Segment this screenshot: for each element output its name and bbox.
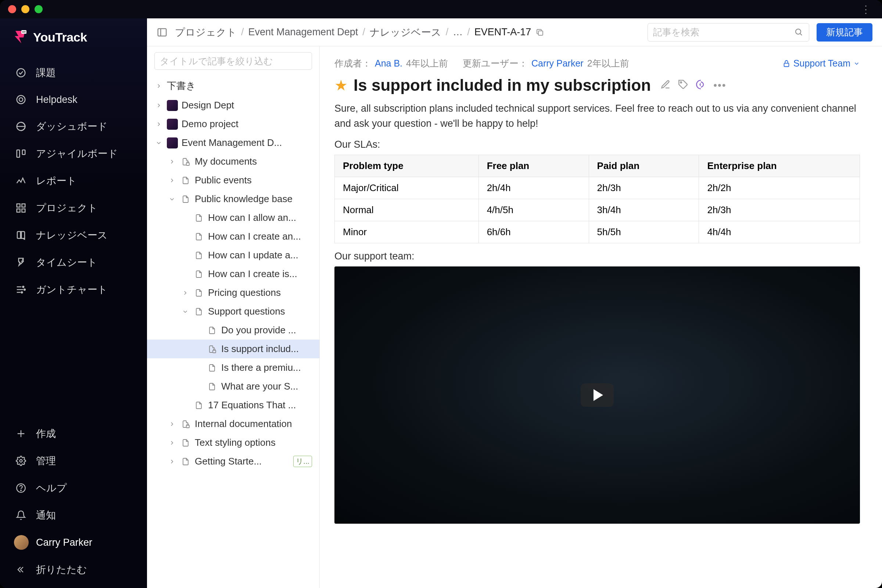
tree-item[interactable]: How can I create an... bbox=[147, 227, 320, 246]
tree-item[interactable]: 下書き bbox=[147, 76, 320, 96]
nav-issues[interactable]: 課題 bbox=[7, 60, 140, 85]
user-menu[interactable]: Carry Parker bbox=[7, 530, 140, 555]
team-label: Our support team: bbox=[334, 250, 860, 262]
app-logo[interactable]: YT YouTrack bbox=[0, 29, 147, 60]
tree-item-label: My documents bbox=[195, 156, 257, 167]
collapse-sidebar[interactable]: 折りたたむ bbox=[7, 557, 140, 582]
document-icon bbox=[193, 306, 204, 317]
window-maximize[interactable] bbox=[34, 5, 43, 13]
edit-icon[interactable] bbox=[660, 80, 670, 91]
tree-item[interactable]: Pricing questions bbox=[147, 284, 320, 302]
window-minimize[interactable] bbox=[21, 5, 29, 13]
project-icon bbox=[167, 100, 178, 111]
breadcrumb-link[interactable]: プロジェクト bbox=[175, 26, 237, 39]
chevron-right-icon bbox=[168, 176, 176, 185]
table-cell: 2h/3h bbox=[699, 199, 860, 221]
nav-knowledge-base-icon bbox=[15, 229, 27, 242]
tree-item[interactable]: Support questions bbox=[147, 302, 320, 321]
window-close[interactable] bbox=[8, 5, 16, 13]
app-sidebar: YT YouTrack 課題Helpdeskダッシュボードアジャイルボードレポー… bbox=[0, 18, 147, 588]
svg-rect-21 bbox=[186, 163, 189, 165]
document-icon bbox=[193, 250, 204, 261]
breadcrumb-link[interactable]: … bbox=[453, 27, 463, 38]
tree-item-label: How can I update a... bbox=[208, 249, 298, 261]
nav-helpdesk[interactable]: Helpdesk bbox=[7, 87, 140, 112]
titlebar-more-icon[interactable]: ⋮ bbox=[858, 3, 874, 15]
topbar: プロジェクト/Event Management Dept/ナレッジベース/…/E… bbox=[147, 18, 882, 46]
chevron-right-icon bbox=[168, 457, 176, 466]
tree-filter-input[interactable] bbox=[154, 52, 312, 70]
document-icon bbox=[207, 362, 218, 374]
tree-item[interactable]: Text styling options bbox=[147, 433, 320, 452]
svg-rect-19 bbox=[538, 31, 543, 35]
tree-item[interactable]: Is there a premiu... bbox=[147, 358, 320, 377]
notifications-button[interactable]: 通知 bbox=[7, 503, 140, 528]
document-icon bbox=[193, 231, 204, 242]
created-by-link[interactable]: Ana B. bbox=[375, 58, 402, 69]
create-button[interactable]: 作成 bbox=[7, 421, 140, 446]
nav-agile[interactable]: アジャイルボード bbox=[7, 141, 140, 166]
tag-icon[interactable] bbox=[678, 80, 688, 91]
tree-item-label: Event Management D... bbox=[182, 137, 282, 148]
tree-item[interactable]: Demo project bbox=[147, 115, 320, 134]
help-button[interactable]: ヘルプ bbox=[7, 476, 140, 501]
tree-item[interactable]: Public events bbox=[147, 171, 320, 190]
nav-dashboards[interactable]: ダッシュボード bbox=[7, 114, 140, 139]
chevron-right-icon bbox=[168, 420, 176, 429]
tree-item[interactable]: Public knowledge base bbox=[147, 190, 320, 208]
video-player[interactable] bbox=[334, 266, 860, 524]
breadcrumb-link[interactable]: ナレッジベース bbox=[370, 26, 441, 39]
project-icon bbox=[167, 138, 178, 148]
tree-item[interactable]: How can I allow an... bbox=[147, 208, 320, 227]
nav-timesheets[interactable]: タイムシート bbox=[7, 250, 140, 275]
created-label: 作成者： bbox=[334, 57, 371, 69]
panel-toggle-icon[interactable] bbox=[156, 27, 168, 38]
table-cell: Major/Critical bbox=[335, 177, 479, 199]
document-lock-icon bbox=[207, 344, 218, 355]
tree-item[interactable]: How can I update a... bbox=[147, 246, 320, 265]
play-button[interactable] bbox=[580, 383, 614, 407]
document-icon bbox=[207, 325, 218, 336]
breadcrumb-link[interactable]: Event Management Dept bbox=[248, 27, 358, 38]
svg-point-13 bbox=[24, 289, 26, 290]
nav-gantt[interactable]: ガントチャート bbox=[7, 277, 140, 302]
tree-item[interactable]: Event Management D... bbox=[147, 134, 320, 152]
tree-item[interactable]: My documents bbox=[147, 152, 320, 171]
tree-item[interactable]: Do you provide ... bbox=[147, 321, 320, 340]
table-cell: 5h/5h bbox=[589, 221, 699, 243]
table-cell: 2h/3h bbox=[589, 177, 699, 199]
notifications-label: 通知 bbox=[36, 508, 56, 522]
ai-icon[interactable] bbox=[696, 80, 706, 91]
nav-item-label: ダッシュボード bbox=[36, 120, 108, 133]
nav-knowledge-base[interactable]: ナレッジベース bbox=[7, 223, 140, 248]
tree-item[interactable]: How can I create is... bbox=[147, 265, 320, 284]
chevron-down-icon bbox=[168, 195, 176, 204]
search-field[interactable] bbox=[648, 23, 809, 42]
visibility-dropdown[interactable]: Support Team bbox=[782, 58, 860, 69]
search-input[interactable] bbox=[653, 27, 790, 38]
new-article-button[interactable]: 新規記事 bbox=[817, 23, 873, 42]
tree-item[interactable]: Internal documentation bbox=[147, 414, 320, 433]
admin-button[interactable]: 管理 bbox=[7, 448, 140, 473]
more-icon[interactable]: ••• bbox=[713, 80, 726, 91]
table-cell: 2h/4h bbox=[478, 177, 589, 199]
tree-item[interactable]: Design Dept bbox=[147, 96, 320, 115]
star-icon[interactable]: ★ bbox=[334, 77, 348, 94]
table-row: Normal4/h/5h3h/4h2h/3h bbox=[335, 199, 860, 221]
nav-reports[interactable]: レポート bbox=[7, 168, 140, 193]
help-label: ヘルプ bbox=[36, 482, 67, 495]
tree-item[interactable]: Getting Starte...リ... bbox=[147, 452, 320, 471]
updated-label: 更新ユーザー： bbox=[463, 57, 528, 69]
table-cell: 3h/4h bbox=[589, 199, 699, 221]
nav-projects[interactable]: プロジェクト bbox=[7, 195, 140, 220]
nav-helpdesk-icon bbox=[15, 93, 27, 106]
visibility-label: Support Team bbox=[794, 58, 850, 69]
svg-rect-18 bbox=[158, 28, 166, 36]
tree-item[interactable]: What are your S... bbox=[147, 377, 320, 396]
updated-by-link[interactable]: Carry Parker bbox=[531, 58, 584, 69]
tree-item[interactable]: 17 Equations That ... bbox=[147, 396, 320, 414]
copy-icon[interactable] bbox=[536, 28, 544, 37]
tree-item[interactable]: Is support includ... bbox=[147, 340, 320, 358]
admin-label: 管理 bbox=[36, 454, 56, 468]
chevron-down-icon bbox=[181, 307, 190, 316]
